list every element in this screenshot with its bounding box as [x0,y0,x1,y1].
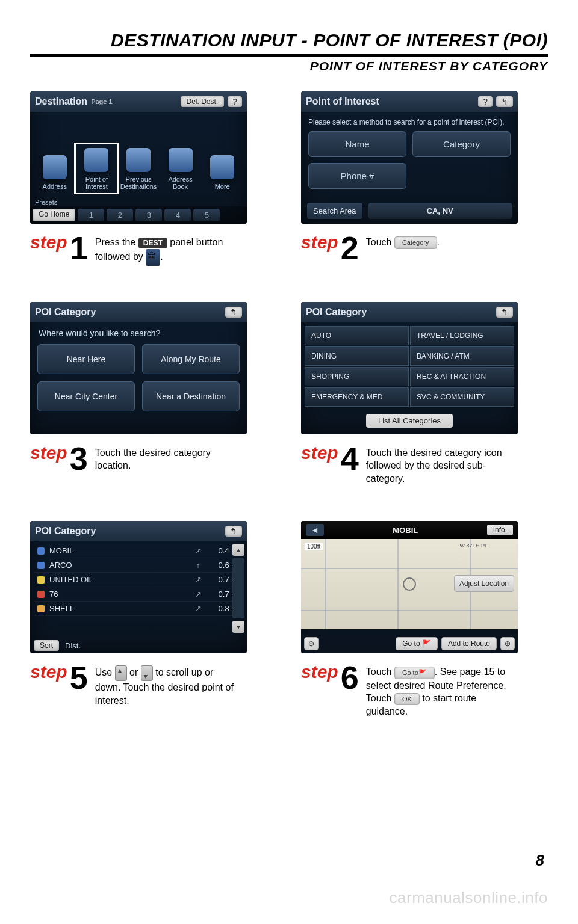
cat-dining[interactable]: DINING [305,346,409,366]
watermark: carmanualsonline.info [390,889,548,907]
screen4-title: POI Category [306,307,367,318]
zoom-in-button[interactable]: ⊕ [500,637,515,650]
adjust-location-button[interactable]: Adjust Location [454,575,514,592]
along-route-button[interactable]: Along My Route [142,344,240,374]
screen3-prompt: Where would you like to search? [30,322,247,344]
near-here-button[interactable]: Near Here [37,344,135,374]
cat-emergency[interactable]: EMERGENCY & MED [305,387,409,407]
add-to-route-button[interactable]: Add to Route [441,637,497,650]
cat-shopping[interactable]: SHOPPING [305,367,409,386]
back-button[interactable]: ↰ [225,526,242,537]
poi-prompt: Please select a method to search for a p… [308,118,511,126]
scrollbar[interactable]: ▴ ▾ [232,544,244,633]
step-4-block: POI Category ↰ AUTO TRAVEL / LODGING DIN… [301,302,548,485]
preset-4[interactable]: 4 [164,209,191,221]
list-item[interactable]: UNITED OIL↗0.7 mi [34,573,243,587]
map-title: MOBIL [329,526,482,535]
map-view[interactable]: 100ft W 87TH PL Adjust Location [301,539,518,629]
step-5-block: POI Category ↰ MOBIL↗0.4 mi ARCO↑0.6 mi … [30,521,277,718]
sort-mode-label: Dist. [65,641,81,650]
list-item[interactable]: 76↗0.7 mi [34,587,243,602]
list-item[interactable]: MOBIL↗0.4 mi [34,544,243,558]
screen-poi-category-list: POI Category ↰ AUTO TRAVEL / LODGING DIN… [301,302,518,434]
search-area-button[interactable]: Search Area [307,203,362,219]
step-1-text: Press the DEST panel button followed by … [95,233,240,266]
step-2-text: Touch Category. [366,233,440,249]
step-4-num: 4 [341,444,359,473]
poi-name-button[interactable]: Name [308,131,406,157]
del-dest-button[interactable]: Del. Dest. [181,96,225,107]
preset-3[interactable]: 3 [135,209,162,221]
dest-chip: DEST [138,238,167,248]
step-label: step [301,444,338,462]
street-label: W 87TH PL [459,543,488,549]
screen-map-confirm: ◄ MOBIL Info. 100ft W 87TH PL Adjust Loc… [301,521,518,653]
title-rule [30,54,548,57]
poi-phone-button[interactable]: Phone # [308,163,406,189]
sort-button[interactable]: Sort [34,640,59,651]
cat-travel[interactable]: TRAVEL / LODGING [410,326,514,345]
cat-auto[interactable]: AUTO [305,326,409,345]
cat-svc[interactable]: SVC & COMMUNITY [410,387,514,407]
step-6-text: Touch Go to 🚩. See page 15 to select des… [366,663,511,718]
step-label: step [301,663,338,681]
step-6-block: ◄ MOBIL Info. 100ft W 87TH PL Adjust Loc… [301,521,548,718]
search-area-value: CA, NV [368,203,512,219]
step-label: step [30,233,67,251]
near-city-button[interactable]: Near City Center [37,381,135,411]
cat-banking[interactable]: BANKING / ATM [410,346,514,366]
scroll-up-icon[interactable]: ▴ [232,544,244,556]
screen2-title: Point of Interest [306,96,379,107]
map-scale: 100ft [305,543,323,550]
step-3-text: Touch the desired category location. [95,444,240,472]
back-button[interactable]: ↰ [225,307,242,318]
step-5-text: Use or to scroll up or down. Touch the d… [95,663,240,707]
goto-chip: Go to 🚩 [394,667,435,679]
screen-destination: Destination Page 1 Del. Dest. ? Address … [30,91,247,224]
map-back-button[interactable]: ◄ [306,524,324,536]
scroll-down-icon [141,665,153,681]
screen1-page: Page 1 [91,98,112,105]
step-3-num: 3 [70,444,88,473]
page-number: 8 [536,851,544,870]
screen-poi-location: POI Category ↰ Where would you like to s… [30,302,247,434]
list-item[interactable]: ARCO↑0.6 mi [34,558,243,573]
dest-more[interactable]: More [204,155,240,190]
category-chip: Category [394,236,437,249]
step-2-block: Point of Interest ? ↰ Please select a me… [301,91,548,266]
near-dest-button[interactable]: Near a Destination [142,381,240,411]
scroll-up-icon [115,665,127,681]
ok-chip: OK [394,693,420,706]
step-1-block: Destination Page 1 Del. Dest. ? Address … [30,91,277,266]
step-5-num: 5 [70,663,88,692]
dest-addrbook[interactable]: Address Book [163,148,199,190]
help-button[interactable]: ? [228,96,242,107]
zoom-out-button[interactable]: ⊖ [304,637,319,650]
dest-prev[interactable]: Previous Destinations [120,148,157,190]
preset-1[interactable]: 1 [78,209,104,221]
page-title: DESTINATION INPUT - POINT OF INTEREST (P… [30,30,548,51]
step-3-block: POI Category ↰ Where would you like to s… [30,302,277,485]
help-button[interactable]: ? [478,96,493,107]
poi-category-button[interactable]: Category [412,131,511,157]
dest-poi[interactable]: Point of Interest [78,147,114,190]
steps-grid: Destination Page 1 Del. Dest. ? Address … [30,91,548,718]
presets-label: Presets [35,199,57,206]
back-button[interactable]: ↰ [496,307,513,318]
go-home-button[interactable]: Go Home [33,209,75,221]
info-button[interactable]: Info. [487,525,513,535]
back-button[interactable]: ↰ [496,96,513,107]
go-to-button[interactable]: Go to 🚩 [396,637,438,650]
preset-2[interactable]: 2 [107,209,133,221]
dest-address[interactable]: Address [37,155,73,190]
preset-5[interactable]: 5 [193,209,220,221]
page-subtitle: POINT OF INTEREST BY CATEGORY [30,59,548,73]
list-all-button[interactable]: List All Categories [366,414,453,428]
screen3-title: POI Category [35,307,96,318]
list-item[interactable]: SHELL↗0.8 mi [34,602,243,616]
scroll-down-icon[interactable]: ▾ [232,621,244,633]
step-1-num: 1 [70,233,88,263]
poi-icon [146,249,160,266]
screen1-title: Destination [35,96,87,107]
cat-rec[interactable]: REC & ATTRACTION [410,367,514,386]
